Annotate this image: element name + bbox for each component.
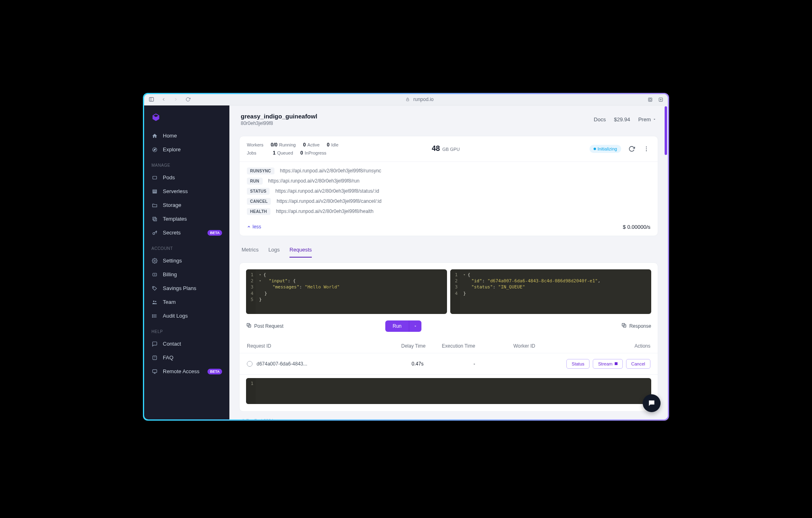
response-code: ▾ { "id": "d674a007-6da6-4843-8c4d-086d9…: [460, 269, 604, 314]
tab-metrics[interactable]: Metrics: [242, 243, 259, 258]
sidebar-item-settings[interactable]: Settings: [144, 254, 229, 268]
scrollbar[interactable]: [665, 106, 667, 155]
svg-rect-12: [153, 191, 156, 192]
sidebar-item-label: Home: [163, 133, 177, 139]
cancel-action-button[interactable]: Cancel: [626, 359, 650, 369]
endpoint-tag: RUNSYNC: [247, 168, 274, 174]
sidebar-item-label: Team: [163, 299, 176, 305]
sidebar-item-templates[interactable]: Templates: [144, 212, 229, 226]
post-request-label[interactable]: Post Request: [246, 322, 283, 329]
sidebar-item-explore[interactable]: Explore: [144, 143, 229, 157]
more-menu-button[interactable]: [642, 145, 650, 153]
response-gutter: 1 2 3 4: [450, 269, 460, 314]
sidebar-item-audit[interactable]: Audit Logs: [144, 309, 229, 323]
people-icon: [151, 299, 158, 305]
svg-rect-4: [649, 99, 651, 100]
svg-marker-9: [154, 148, 156, 150]
endpoint-url[interactable]: https://api.runpod.ai/v2/80r0eh3jel99f8/…: [276, 208, 374, 214]
svg-rect-2: [406, 99, 409, 101]
copy-icon: [621, 322, 627, 329]
forward-icon[interactable]: [173, 96, 179, 103]
sidebar-item-serverless[interactable]: Serverless: [144, 185, 229, 198]
list-icon: [151, 313, 158, 319]
endpoint-url[interactable]: https://api.runpod.ai/v2/80r0eh3jel99f8/…: [276, 198, 381, 204]
cell-request-id: d674a007-6da6-4843...: [257, 361, 366, 367]
sidebar-item-faq[interactable]: ? FAQ: [144, 351, 229, 365]
table-row[interactable]: d674a007-6da6-4843... 0.47s - Status Str…: [240, 353, 658, 375]
endpoints-list: RUNSYNChttps://api.runpod.ai/v2/80r0eh3j…: [240, 162, 658, 221]
endpoint-url[interactable]: https://api.runpod.ai/v2/80r0eh3jel99f8/…: [268, 178, 360, 184]
sidebar-toggle-icon[interactable]: [148, 96, 155, 103]
log-editor[interactable]: 1: [246, 378, 651, 404]
docs-link[interactable]: Docs: [594, 116, 606, 123]
run-button[interactable]: Run: [385, 320, 421, 332]
status-action-button[interactable]: Status: [566, 359, 590, 369]
copy-icon: [151, 216, 158, 222]
question-icon: ?: [151, 355, 158, 361]
beta-badge: BETA: [207, 230, 222, 236]
sidebar-item-label: Explore: [163, 146, 181, 153]
sidebar-item-label: Secrets: [163, 230, 181, 236]
sidebar-item-remote[interactable]: Remote Access BETA: [144, 365, 229, 378]
workers-value: 0/0: [271, 142, 278, 148]
share-icon[interactable]: [647, 96, 653, 103]
gpu-info: 48 GB GPU: [432, 144, 460, 153]
sidebar-item-label: Contact: [163, 341, 181, 347]
chat-icon: [151, 341, 158, 347]
reload-icon[interactable]: [185, 96, 191, 103]
sidebar-item-home[interactable]: Home: [144, 129, 229, 143]
jobs-label: Jobs: [247, 150, 266, 155]
sidebar-item-label: Audit Logs: [163, 313, 188, 319]
sidebar-item-secrets[interactable]: Secrets BETA: [144, 226, 229, 240]
rate-text: $ 0.00000/s: [623, 224, 650, 230]
endpoint-tag: CANCEL: [247, 198, 271, 205]
response-label[interactable]: Response: [621, 322, 651, 329]
response-editor[interactable]: 1 2 3 4 ▾ { "id": "d674a007-6da6-4843-8c…: [450, 269, 651, 314]
col-exec: Execution Time: [442, 343, 513, 349]
sidebar-item-contact[interactable]: Contact: [144, 337, 229, 351]
tabs: Metrics Logs Requests: [229, 241, 668, 258]
logo[interactable]: [144, 113, 229, 129]
home-icon: [151, 133, 158, 139]
endpoint-card: Workers 0/0Running 0Active 0Idle Jobs 1Q…: [239, 136, 658, 236]
chat-fab[interactable]: [643, 394, 661, 412]
svg-point-26: [152, 314, 153, 315]
stats-row: Workers 0/0Running 0Active 0Idle Jobs 1Q…: [240, 136, 658, 162]
stream-action-button[interactable]: Stream: [593, 359, 622, 369]
endpoint-url[interactable]: https://api.runpod.ai/v2/80r0eh3jel99f8/…: [280, 168, 382, 174]
sidebar-item-pods[interactable]: Pods: [144, 171, 229, 185]
refresh-button[interactable]: [628, 145, 636, 153]
sidebar-item-label: FAQ: [163, 355, 173, 361]
svg-point-22: [155, 301, 156, 302]
sidebar-item-label: Billing: [163, 271, 177, 277]
collapse-toggle[interactable]: less: [247, 224, 261, 230]
box-icon: [151, 174, 158, 181]
sidebar-item-label: Serverless: [163, 188, 188, 194]
main-content: greasy_indigo_guineafowl 80r0eh3jel99f8 …: [229, 105, 668, 419]
request-editor[interactable]: 1 2 3 4 5 ▾ { ▾ "input": { "messages": "…: [246, 269, 447, 314]
sidebar-item-savings[interactable]: Savings Plans: [144, 282, 229, 295]
sidebar-item-label: Templates: [163, 216, 187, 222]
tab-logs[interactable]: Logs: [268, 243, 280, 258]
svg-rect-10: [153, 176, 156, 179]
back-icon[interactable]: [160, 96, 167, 103]
col-actions: Actions: [573, 343, 650, 349]
sidebar-item-label: Storage: [163, 202, 181, 208]
endpoint-url[interactable]: https://api.runpod.ai/v2/80r0eh3jel99f8/…: [275, 188, 379, 194]
sidebar-item-billing[interactable]: $ Billing: [144, 268, 229, 282]
col-delay: Delay Time: [366, 343, 442, 349]
stop-icon: [615, 362, 618, 365]
svg-point-20: [153, 287, 154, 288]
copy-icon: [246, 322, 252, 329]
status-circle-icon: [247, 361, 253, 367]
dollar-icon: $: [151, 271, 158, 278]
idle-value: 0: [327, 142, 330, 148]
sidebar-item-label: Settings: [163, 258, 182, 264]
sidebar-item-team[interactable]: Team: [144, 295, 229, 309]
user-menu[interactable]: Prem: [638, 116, 657, 123]
sidebar-item-storage[interactable]: Storage: [144, 198, 229, 212]
run-dropdown[interactable]: [409, 320, 421, 332]
tabs-icon[interactable]: [657, 96, 664, 103]
tab-requests[interactable]: Requests: [289, 243, 312, 258]
cell-exec: -: [440, 361, 509, 367]
